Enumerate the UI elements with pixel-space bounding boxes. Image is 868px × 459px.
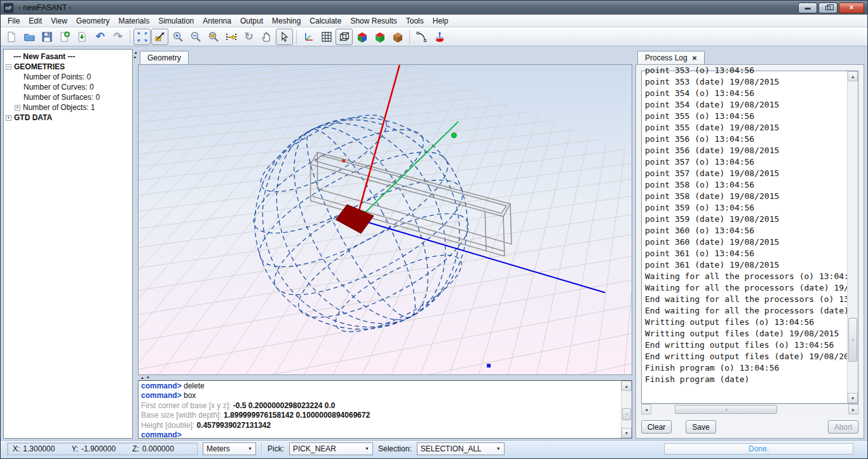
expand-icon[interactable]: + [6,115,11,121]
log-vscrollbar[interactable]: ▲ ≡ ▼ [847,71,858,403]
command-console: command> deletecommand> boxFirst corner … [138,380,632,439]
import-geometry-button[interactable] [74,29,91,45]
zoom-out-button[interactable] [187,29,204,45]
curve-tool-button[interactable] [413,29,430,45]
expand-icon[interactable]: + [15,105,20,111]
zoom-in-button[interactable] [169,29,186,45]
open-file-button[interactable] [20,29,37,45]
scroll-up-icon[interactable]: ▲ [848,71,858,81]
scroll-up-icon[interactable]: ▲ [621,381,632,391]
axes-view-button[interactable] [300,29,317,45]
tree-item-surfaces[interactable]: Number of Surfaces: 0 [24,93,100,102]
console-splitter[interactable]: ▲▼ [138,375,632,380]
geometry-tab-bar: Geometry [138,49,632,64]
scroll-down-icon[interactable]: ▼ [848,393,858,403]
save-icon [41,31,53,43]
undo-icon: ↶ [95,31,104,42]
move-view-button[interactable] [222,29,240,45]
save-log-button[interactable]: Save [686,420,716,434]
minimize-button[interactable]: ▬ [798,3,817,13]
status-separator [261,442,262,455]
menu-tools[interactable]: Tools [402,15,428,27]
scroll-left-icon[interactable]: ◄ [641,404,651,414]
menu-calculate[interactable]: Calculate [305,15,346,27]
tab-close-icon[interactable]: ✕ [692,55,697,62]
shaded-view-2-button[interactable] [371,29,388,45]
chevron-down-icon: ▼ [365,446,369,451]
solid-view-button[interactable] [389,29,406,45]
log-hscrollbar[interactable]: ◄ ≡ ► [641,404,858,414]
close-button[interactable]: ✕ [839,3,864,13]
shaded-cube-1-icon [356,31,368,43]
menu-simulation[interactable]: Simulation [154,15,198,27]
main-area: --- New Fasant --- −GEOMETRIES Number of… [1,46,867,440]
redo-button[interactable]: ↷ [109,29,126,45]
pick-value: PICK_NEAR [293,444,336,453]
log-buttons-row: Clear Save Abort [641,414,858,434]
shaded-view-1-button[interactable] [353,29,370,45]
menu-edit[interactable]: Edit [24,15,46,27]
menu-view[interactable]: View [46,15,72,27]
add-geometry-icon [59,31,71,43]
zoom-in-icon [172,31,184,43]
console-scroll-thumb[interactable]: ≡ [622,408,631,421]
console-vscrollbar[interactable]: ▲ ≡ ▼ [621,381,632,438]
restore-button[interactable] [818,3,837,13]
tree-item-objects[interactable]: Number of Objects: 1 [23,103,95,112]
pick-label: Pick: [268,444,284,453]
process-log-panel: Process Log ✕ point 353 (o) 13:04:56poin… [632,49,866,439]
fit-view-button[interactable] [133,29,151,45]
tree-root[interactable]: --- New Fasant --- [13,52,75,61]
tree-item-geometries[interactable]: GEOMETRIES [14,62,65,71]
x-value: 1.300000 [23,444,55,453]
menu-materials[interactable]: Materials [114,15,154,27]
rotate-view-button[interactable]: ↻ [240,29,257,45]
zoom-out-icon [190,31,201,43]
menu-output[interactable]: Output [236,15,268,27]
new-file-button[interactable] [3,29,20,45]
grid-view-button[interactable] [318,29,335,45]
units-dropdown[interactable]: Meters▼ [203,442,256,455]
clear-button[interactable]: Clear [641,420,672,434]
zoom-window-button[interactable] [205,29,222,45]
tree-item-curves[interactable]: Number of Curves: 0 [24,83,94,92]
wireframe-view-button[interactable] [336,29,353,45]
menu-antenna[interactable]: Antenna [198,15,236,27]
tree-splitter[interactable]: ◄► [133,49,138,439]
selection-dropdown[interactable]: SELECTION_ALL▼ [417,442,505,455]
process-log-text[interactable]: point 353 (o) 13:04:56point 353 (date) 1… [642,65,847,403]
antenna-tool-button[interactable] [431,29,448,45]
log-hscroll-thumb[interactable]: ≡ [675,405,777,414]
log-scroll-thumb[interactable]: ≡ [848,318,857,362]
scroll-right-icon[interactable]: ► [848,404,858,414]
select-pointer-button[interactable] [276,29,293,45]
menu-meshing[interactable]: Meshing [268,15,305,27]
splitter-up-icon: ▲ [140,376,144,380]
collapse-icon[interactable]: − [6,64,11,70]
zoom-geometry-button[interactable] [151,29,168,45]
add-geometry-button[interactable] [56,29,73,45]
pick-dropdown[interactable]: PICK_NEAR▼ [289,442,373,455]
pan-view-button[interactable] [258,29,275,45]
status-bar: X:1.300000 Y:-1.900000 Z:0.000000 Meters… [1,440,867,456]
menu-geometry[interactable]: Geometry [72,15,114,27]
tab-geometry[interactable]: Geometry [140,51,189,64]
progress-bar: Done. [664,443,853,455]
z-label: Z: [132,444,139,453]
undo-button[interactable]: ↶ [92,29,109,45]
tab-process-log[interactable]: Process Log ✕ [637,51,705,64]
units-value: Meters [207,444,230,453]
menu-show-results[interactable]: Show Results [346,15,401,27]
save-button[interactable] [38,29,55,45]
3d-scene [139,65,632,374]
tree-item-points[interactable]: Number of Points: 0 [24,72,91,81]
scroll-down-icon[interactable]: ▼ [621,428,632,438]
geometry-viewport[interactable] [138,64,632,375]
menu-file[interactable]: File [3,15,24,27]
tree-item-gtd-data[interactable]: GTD DATA [14,113,52,122]
menu-help[interactable]: Help [428,15,453,27]
console-text[interactable]: command> deletecommand> boxFirst corner … [139,381,621,438]
zoom-geometry-icon [154,31,166,43]
antenna-tool-icon [434,31,445,43]
project-tree-panel: --- New Fasant --- −GEOMETRIES Number of… [3,49,133,439]
